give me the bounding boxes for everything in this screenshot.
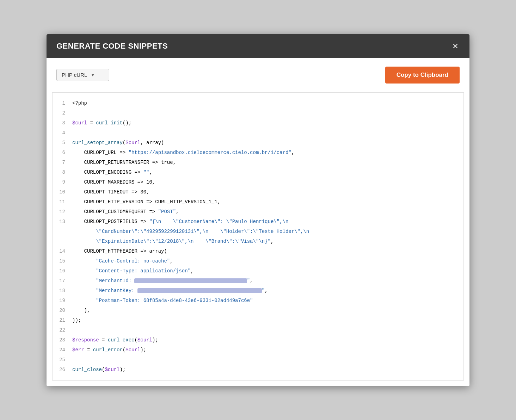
code-line: \"CardNumber\":\"4929592299120131\",\n \… xyxy=(58,227,458,236)
code-line: 24 $err = curl_error($curl); xyxy=(58,345,458,355)
code-line: 16 "Content-Type: application/json", xyxy=(58,266,458,276)
close-button[interactable]: × xyxy=(451,41,460,51)
code-line: 1 <?php xyxy=(58,98,458,108)
code-line: 19 "Postman-Token: 68f85a4a-d4e8-43e6-93… xyxy=(58,296,458,305)
modal-toolbar: PHP cURL ▼ Copy to Clipboard xyxy=(47,58,469,92)
copy-to-clipboard-button[interactable]: Copy to Clipboard xyxy=(385,67,460,84)
code-line: 9 CURLOPT_MAXREDIRS => 10, xyxy=(58,177,458,187)
code-line: 15 "Cache-Control: no-cache", xyxy=(58,256,458,266)
code-line: 26 curl_close($curl); xyxy=(58,365,458,375)
code-line: 22 xyxy=(58,325,458,335)
code-line: 23 $response = curl_exec($curl); xyxy=(58,335,458,345)
code-line: \"ExpirationDate\":\"12/2018\",\n \"Bran… xyxy=(58,236,458,246)
code-line: 7 CURLOPT_RETURNTRANSFER => true, xyxy=(58,158,458,167)
code-line: 10 CURLOPT_TIMEOUT => 30, xyxy=(58,187,458,197)
code-line: 14 CURLOPT_HTTPHEADER => array( xyxy=(58,246,458,256)
code-line: 18 "MerchantKey: ", xyxy=(58,286,458,296)
code-line: 6 CURLOPT_URL => "https://apisandbox.cie… xyxy=(58,148,458,158)
code-line: 3 $curl = curl_init(); xyxy=(58,118,458,128)
code-line: 17 "MerchantId: ", xyxy=(58,276,458,286)
chevron-down-icon: ▼ xyxy=(91,73,95,78)
language-dropdown[interactable]: PHP cURL ▼ xyxy=(56,69,109,81)
language-label: PHP cURL xyxy=(62,72,87,78)
code-line: 8 CURLOPT_ENCODING => "", xyxy=(58,167,458,177)
code-block: 1 <?php 2 3 $curl = curl_init(); 4 5 c xyxy=(53,98,463,375)
generate-code-modal: GENERATE CODE SNIPPETS × PHP cURL ▼ Copy… xyxy=(47,34,469,386)
modal-title: GENERATE CODE SNIPPETS xyxy=(56,42,168,51)
code-line: 2 xyxy=(58,108,458,118)
code-line: 5 curl_setopt_array($curl, array( xyxy=(58,138,458,148)
code-line: 13 CURLOPT_POSTFIELDS => "{\n \"Customer… xyxy=(58,217,458,227)
code-line: 12 CURLOPT_CUSTOMREQUEST => "POST", xyxy=(58,207,458,217)
code-line: 20 ), xyxy=(58,305,458,315)
code-container[interactable]: 1 <?php 2 3 $curl = curl_init(); 4 5 c xyxy=(52,92,464,381)
code-line: 4 xyxy=(58,128,458,138)
code-line: 21 )); xyxy=(58,315,458,325)
code-line: 25 xyxy=(58,355,458,365)
code-line: 11 CURLOPT_HTTP_VERSION => CURL_HTTP_VER… xyxy=(58,197,458,207)
modal-header: GENERATE CODE SNIPPETS × xyxy=(47,34,469,58)
